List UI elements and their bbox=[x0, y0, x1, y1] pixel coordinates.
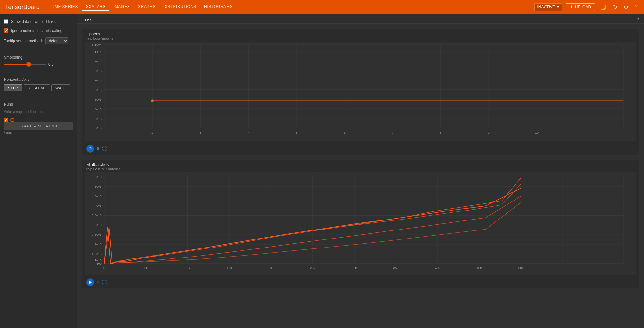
minibatches-expand-button[interactable]: ⛶ bbox=[102, 280, 107, 285]
haxis-label: Horizontal Axis bbox=[4, 77, 29, 82]
smoothing-value: 0.6 bbox=[48, 62, 57, 67]
tooltip-select[interactable]: default bbox=[45, 37, 68, 44]
run-color-dot bbox=[10, 118, 14, 122]
svg-text:9e+3: 9e+3 bbox=[94, 60, 102, 63]
tooltip-row: Tooltip sorting method: default bbox=[4, 37, 73, 44]
svg-text:5e+3: 5e+3 bbox=[94, 98, 102, 101]
svg-text:7: 7 bbox=[392, 131, 394, 134]
theme-toggle-icon[interactable]: 🌙 bbox=[599, 3, 608, 12]
svg-text:35k: 35k bbox=[393, 266, 398, 269]
svg-text:0: 0 bbox=[103, 266, 105, 269]
runs-path: /runs bbox=[4, 130, 12, 134]
svg-text:40k: 40k bbox=[435, 266, 440, 269]
haxis-step-button[interactable]: STEP bbox=[4, 84, 22, 91]
svg-text:5: 5 bbox=[296, 131, 298, 134]
svg-text:8: 8 bbox=[440, 131, 442, 134]
svg-text:3e+3: 3e+3 bbox=[94, 117, 102, 121]
epochs-chart-panel: Epochs tag: Loss/Epochs bbox=[82, 29, 639, 155]
epochs-chart-tag: tag: Loss/Epochs bbox=[86, 36, 635, 40]
svg-text:50k: 50k bbox=[518, 266, 524, 269]
run-checkbox[interactable] bbox=[4, 118, 8, 122]
minibatches-list-button[interactable]: ≡ bbox=[97, 279, 99, 285]
svg-text:15k: 15k bbox=[227, 266, 232, 269]
refresh-icon[interactable]: ↻ bbox=[612, 3, 619, 12]
tooltip-label: Tooltip sorting method: bbox=[4, 39, 43, 43]
epochs-chart-header: Epochs tag: Loss/Epochs bbox=[82, 29, 639, 42]
show-download-row[interactable]: Show data download links bbox=[4, 19, 73, 24]
ignore-outliers-label: Ignore outliers in chart scaling bbox=[11, 28, 62, 33]
epochs-chart-controls: ⊕ ≡ ⛶ bbox=[82, 144, 639, 155]
nav-images[interactable]: IMAGES bbox=[110, 3, 133, 11]
charts-container: Epochs tag: Loss/Epochs bbox=[77, 29, 644, 293]
svg-text:10: 10 bbox=[535, 131, 539, 134]
inactive-dropdown[interactable]: INACTIVE ▾ bbox=[534, 3, 562, 11]
svg-text:2.5e+3: 2.5e+3 bbox=[92, 233, 102, 236]
svg-text:2e+3: 2e+3 bbox=[94, 242, 102, 246]
svg-rect-44 bbox=[85, 172, 636, 275]
runs-filter-input[interactable] bbox=[4, 108, 73, 115]
minibatches-chart-controls: ⊕ ≡ ⛶ bbox=[82, 277, 639, 288]
svg-rect-0 bbox=[85, 42, 636, 141]
svg-text:3e+3: 3e+3 bbox=[94, 223, 102, 227]
svg-text:10k: 10k bbox=[185, 266, 190, 269]
toggle-all-runs-button[interactable]: TOGGLE ALL RUNS bbox=[4, 122, 73, 130]
epochs-list-button[interactable]: ≡ bbox=[97, 146, 99, 152]
help-icon[interactable]: ? bbox=[633, 3, 639, 11]
haxis-buttons: STEP RELATIVE WALL bbox=[4, 84, 73, 91]
svg-text:2: 2 bbox=[151, 131, 153, 134]
minibatches-chart-name: Minibatches bbox=[86, 162, 635, 167]
inactive-label: INACTIVE bbox=[537, 5, 555, 9]
minibatches-zoom-button[interactable]: ⊕ bbox=[86, 278, 94, 286]
svg-text:45k: 45k bbox=[477, 266, 482, 269]
nav-scalars[interactable]: SCALARS bbox=[82, 3, 109, 11]
haxis-section: Horizontal Axis STEP RELATIVE WALL bbox=[4, 77, 73, 91]
nav-time-series[interactable]: TIME SERIES bbox=[48, 3, 81, 11]
svg-text:5k: 5k bbox=[144, 266, 148, 269]
svg-text:30k: 30k bbox=[352, 266, 357, 269]
svg-text:3.5e+3: 3.5e+3 bbox=[92, 213, 102, 217]
nav-graphs[interactable]: GRAPHS bbox=[135, 3, 159, 11]
minibatches-chart-wrapper: 5.5e+3 5e+3 4.5e+3 4e+3 3.5e+3 3e+3 2.5e… bbox=[82, 172, 639, 277]
divider-2 bbox=[4, 72, 73, 72]
show-download-label: Show data download links bbox=[11, 19, 56, 24]
main-content: Loss 2 Epochs tag: Loss/Epochs bbox=[77, 14, 644, 328]
svg-text:2e+3: 2e+3 bbox=[94, 126, 102, 130]
svg-text:25k: 25k bbox=[310, 266, 315, 269]
haxis-wall-button[interactable]: WALL bbox=[51, 84, 70, 91]
upload-icon: ⬆ bbox=[570, 5, 573, 9]
smoothing-slider[interactable] bbox=[4, 64, 46, 65]
svg-text:6e+3: 6e+3 bbox=[94, 88, 102, 92]
ignore-outliers-checkbox[interactable] bbox=[4, 28, 8, 33]
nav-distributions[interactable]: DISTRIBUTIONS bbox=[160, 3, 200, 11]
svg-text:20k: 20k bbox=[268, 266, 273, 269]
top-navigation: TensorBoard TIME SERIES SCALARS IMAGES G… bbox=[0, 0, 644, 14]
svg-text:1.5e+3: 1.5e+3 bbox=[92, 252, 102, 255]
svg-text:4: 4 bbox=[248, 131, 250, 134]
minibatches-chart-panel: Minibatches tag: Loss/Minibatches bbox=[82, 160, 639, 288]
epochs-chart-svg: 1.1e+4 1e+4 9e+3 8e+3 7e+3 6e+3 5e+3 4e+… bbox=[85, 42, 636, 141]
settings-icon[interactable]: ⚙ bbox=[622, 3, 630, 12]
epochs-expand-button[interactable]: ⛶ bbox=[102, 146, 107, 151]
svg-text:5.5e+3: 5.5e+3 bbox=[92, 175, 102, 178]
ignore-outliers-row[interactable]: Ignore outliers in chart scaling bbox=[4, 28, 73, 33]
svg-text:500: 500 bbox=[96, 261, 102, 265]
epochs-chart-wrapper: 1.1e+4 1e+4 9e+3 8e+3 7e+3 6e+3 5e+3 4e+… bbox=[82, 42, 639, 144]
section-header: Loss 2 bbox=[77, 14, 644, 24]
nav-histograms[interactable]: HISTOGRAMS bbox=[201, 3, 236, 11]
divider-3 bbox=[4, 97, 73, 97]
brand-logo: TensorBoard bbox=[5, 4, 40, 11]
epochs-zoom-button[interactable]: ⊕ bbox=[86, 145, 94, 153]
sidebar: Show data download links Ignore outliers… bbox=[0, 14, 77, 328]
runs-section: Runs . TOGGLE ALL RUNS /runs bbox=[4, 102, 73, 135]
minibatches-chart-header: Minibatches tag: Loss/Minibatches bbox=[82, 160, 639, 172]
show-download-checkbox[interactable] bbox=[4, 19, 8, 24]
runs-label: Runs bbox=[4, 102, 13, 107]
run-name: . bbox=[16, 118, 17, 122]
haxis-relative-button[interactable]: RELATIVE bbox=[24, 84, 50, 91]
smoothing-row: 0.6 bbox=[4, 62, 73, 67]
upload-button[interactable]: ⬆ UPLOAD bbox=[566, 3, 595, 11]
top-right-controls: INACTIVE ▾ ⬆ UPLOAD 🌙 ↻ ⚙ ? bbox=[534, 3, 639, 12]
svg-text:4e+3: 4e+3 bbox=[94, 204, 102, 207]
svg-text:5e+3: 5e+3 bbox=[94, 184, 102, 188]
svg-text:8e+3: 8e+3 bbox=[94, 69, 102, 73]
